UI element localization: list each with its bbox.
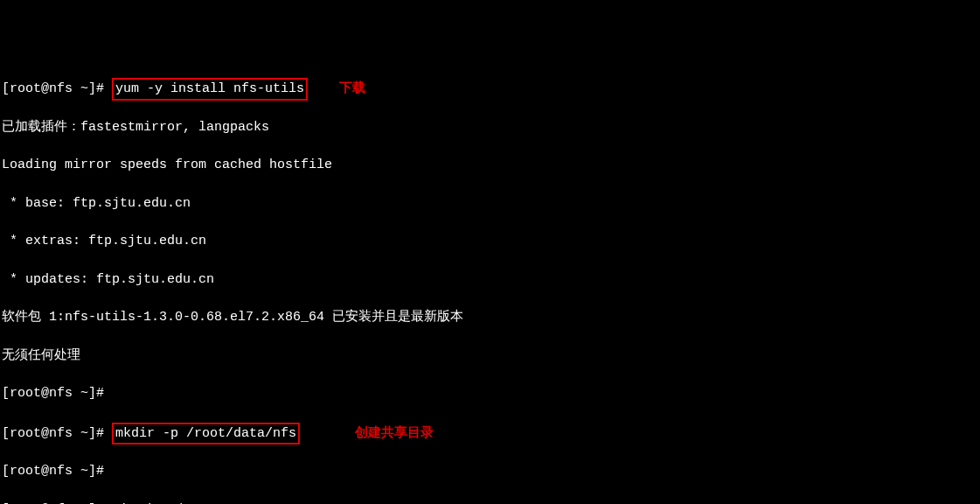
prompt: [root@nfs ~]# — [2, 426, 112, 441]
terminal-output: 已加载插件：fastestmirror, langpacks — [2, 118, 978, 137]
annotation-create-dir: 创建共享目录 — [355, 423, 434, 442]
terminal-output: * updates: ftp.sjtu.edu.cn — [2, 270, 978, 290]
prompt: [root@nfs ~]# — [2, 464, 112, 479]
terminal-output: 无须任何处理 — [2, 346, 978, 366]
terminal-output: 软件包 1:nfs-utils-1.3.0-0.68.el7.2.x86_64 … — [2, 308, 978, 327]
cmd-text: mkdir -p /root/data/nfs — [115, 426, 296, 441]
terminal-line: [root@nfs ~]# — [2, 462, 978, 481]
cmd-text: yum -y install nfs-utils — [115, 81, 304, 96]
annotation-download: 下载 — [339, 78, 365, 97]
terminal-output: Loading mirror speeds from cached hostfi… — [2, 156, 978, 175]
terminal-output: * extras: ftp.sjtu.edu.cn — [2, 232, 978, 251]
prompt: [root@nfs ~]# — [2, 81, 112, 96]
terminal-line: [root@nfs ~]# vim /etc/exports — [2, 500, 978, 505]
terminal-line: [root@nfs ~]# — [2, 384, 978, 403]
highlight-box-yum: yum -y install nfs-utils — [112, 78, 308, 101]
terminal-line: [root@nfs ~]# mkdir -p /root/data/nfs 创建… — [2, 423, 978, 444]
highlight-box-mkdir: mkdir -p /root/data/nfs — [112, 423, 300, 445]
prompt: [root@nfs ~]# — [2, 386, 112, 401]
terminal-line: [root@nfs ~]# yum -y install nfs-utils 下… — [2, 78, 978, 99]
terminal-output: * base: ftp.sjtu.edu.cn — [2, 194, 978, 214]
